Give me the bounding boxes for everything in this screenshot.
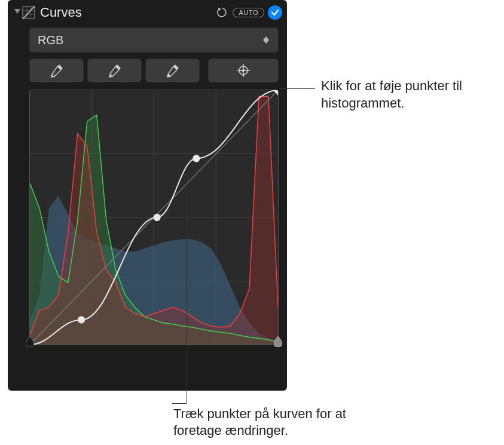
svg-marker-0	[14, 9, 20, 14]
svg-point-12	[242, 69, 245, 72]
auto-button[interactable]: AUTO	[233, 8, 264, 17]
curves-panel: Curves AUTO RGB	[8, 0, 287, 391]
curve-point[interactable]	[153, 214, 160, 221]
channel-select-value: RGB	[38, 33, 262, 47]
curve-point[interactable]	[193, 155, 200, 162]
eyedropper-gray-button[interactable]	[87, 59, 142, 82]
callout-add-points: Klik for at føje punkter til histogramme…	[321, 78, 500, 112]
enable-toggle[interactable]	[268, 5, 282, 20]
svg-rect-21	[277, 90, 278, 95]
eyedropper-white-button[interactable]	[145, 59, 200, 82]
svg-marker-8	[263, 40, 269, 44]
panel-header: Curves AUTO	[8, 2, 287, 23]
callout-drag-points: Træk punkter på kurven for at foretage æ…	[173, 406, 389, 439]
curves-graph-area	[29, 90, 279, 345]
reset-button[interactable]	[216, 6, 229, 19]
curves-graph[interactable]	[29, 90, 279, 345]
curve-point[interactable]	[78, 316, 85, 323]
white-point-slider[interactable]	[274, 336, 282, 347]
disclosure-triangle-icon[interactable]	[13, 8, 22, 17]
add-point-button[interactable]	[208, 59, 279, 82]
callout-leader-line	[279, 88, 315, 89]
black-point-slider[interactable]	[26, 336, 34, 347]
svg-marker-6	[218, 8, 221, 11]
panel-title: Curves	[40, 5, 82, 20]
curves-icon	[22, 6, 35, 19]
callout-leader-line	[187, 173, 187, 403]
eyedropper-black-button[interactable]	[29, 59, 84, 82]
callout-leader-line	[172, 403, 187, 404]
chevron-updown-icon	[262, 36, 270, 44]
channel-select[interactable]: RGB	[29, 27, 279, 53]
tool-row	[29, 59, 279, 82]
